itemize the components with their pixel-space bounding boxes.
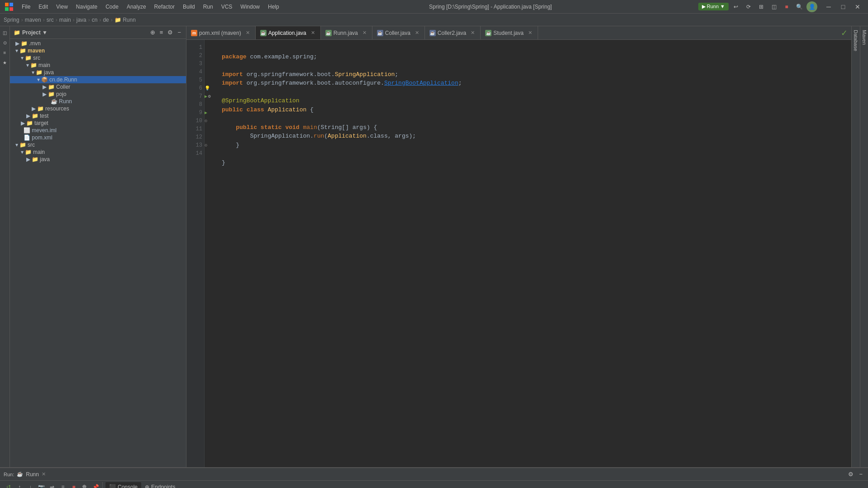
run-panel-minimize[interactable]: − <box>857 470 864 478</box>
main-layout: ◫ ⊙ ≡ ★ 📁 Project ▼ ⊕ ≡ ⚙ − ▶ 📁 .mvn <box>0 26 868 467</box>
left-icon-3[interactable]: ≡ <box>0 48 10 57</box>
menu-window[interactable]: Window <box>237 3 263 11</box>
student-tab-icon: ☕ <box>485 30 491 36</box>
database-label[interactable]: Database <box>853 30 858 51</box>
tab-coller2-java[interactable]: ☕ Coller2.java ✕ <box>425 26 481 40</box>
toolbar-btn-2[interactable]: ⟳ <box>743 1 754 12</box>
run-filter-btn[interactable]: ≡ <box>58 482 68 488</box>
tree-item-java-2[interactable]: ▶ 📁 java <box>10 156 186 163</box>
endpoints-tab[interactable]: ⊕ Endpoints <box>141 482 179 488</box>
project-collapse-icon[interactable]: ≡ <box>158 29 165 36</box>
menu-edit[interactable]: Edit <box>35 3 52 11</box>
tab-coller-java[interactable]: ☕ Coller.java ✕ <box>372 26 425 40</box>
menu-code[interactable]: Code <box>102 3 122 11</box>
run-trash-btn[interactable]: 🗑 <box>80 482 90 488</box>
maven-label[interactable]: Maven <box>862 30 867 45</box>
menu-run[interactable]: Run <box>200 3 217 11</box>
project-locate-icon[interactable]: ⊕ <box>149 29 157 36</box>
coller-tab-icon: ☕ <box>377 30 383 36</box>
tab-pom-close[interactable]: ✕ <box>245 30 251 36</box>
tree-item-maven[interactable]: ▾ 📁 maven <box>10 47 186 54</box>
tab-coller2-close[interactable]: ✕ <box>470 30 476 36</box>
toolbar-btn-1[interactable]: ↩ <box>730 1 741 12</box>
tree-item-pom-xml[interactable]: 📄 pom.xml <box>10 134 186 141</box>
console-tab[interactable]: ⬛ Console <box>105 482 141 488</box>
tab-runn-java[interactable]: ☕ Runn.java ✕ <box>321 26 372 40</box>
menu-vcs[interactable]: VCS <box>218 3 236 11</box>
run-down-btn[interactable]: ↓ <box>25 482 35 488</box>
run-close-btn[interactable]: ✕ <box>42 471 46 477</box>
restart-btn[interactable]: ↺ <box>4 482 14 488</box>
tree-item-test[interactable]: ▶ 📁 test <box>10 112 186 120</box>
tab-application-close[interactable]: ✕ <box>310 30 316 36</box>
left-icon-1[interactable]: ◫ <box>0 28 10 37</box>
tree-item-cn-de-runn[interactable]: ▾ 📦 cn.de.Runn <box>10 76 186 83</box>
bc-cn[interactable]: cn <box>92 17 98 23</box>
line-numbers: 1 2 3 4 5 6 7 8 9 10 11 12 13 14 <box>186 40 205 467</box>
toolbar-btn-4[interactable]: ◫ <box>768 1 779 12</box>
tree-item-runn-file[interactable]: ☕ Runn <box>10 98 186 105</box>
project-panel: 📁 Project ▼ ⊕ ≡ ⚙ − ▶ 📁 .mvn ▾ 📁 <box>10 26 186 467</box>
menu-file[interactable]: File <box>18 3 34 11</box>
tab-pom-xml[interactable]: m pom.xml (maven) ✕ <box>186 26 256 40</box>
console-tab-icon: ⬛ <box>109 484 116 488</box>
run-stop-btn[interactable]: ■ <box>69 482 79 488</box>
menu-build[interactable]: Build <box>179 3 199 11</box>
bc-maven[interactable]: maven <box>25 17 41 23</box>
coller2-tab-icon: ☕ <box>429 30 436 36</box>
menu-analyze[interactable]: Analyze <box>123 3 150 11</box>
run-up-btn[interactable]: ↑ <box>14 482 24 488</box>
tree-item-resources[interactable]: ▶ 📁 resources <box>10 105 186 112</box>
tree-item-pojo[interactable]: ▶ 📁 pojo <box>10 91 186 98</box>
run-wrap-btn[interactable]: ⇌ <box>47 482 57 488</box>
tab-application-java[interactable]: ☕ Application.java ✕ <box>256 26 321 40</box>
toolbar-btn-3[interactable]: ⊞ <box>756 1 767 12</box>
menu-help[interactable]: Help <box>264 3 283 11</box>
endpoints-tab-icon: ⊕ <box>145 484 149 488</box>
project-close-icon[interactable]: − <box>176 29 182 36</box>
code-content[interactable]: package com.example.spring; import org.s… <box>218 40 851 467</box>
run-name: Runn <box>26 471 39 478</box>
bc-main[interactable]: main <box>59 17 71 23</box>
close-button[interactable]: ✕ <box>851 1 864 12</box>
user-icon[interactable]: 👤 <box>806 1 817 12</box>
run-config-dropdown[interactable]: ▶ Runn ▼ <box>698 3 729 10</box>
tab-coller-close[interactable]: ✕ <box>414 30 420 36</box>
expand-icon: ▾ <box>15 48 18 54</box>
run-pin-btn[interactable]: 📌 <box>91 482 100 488</box>
maven-side-panel: Maven <box>860 26 868 467</box>
minimize-button[interactable]: ─ <box>822 1 835 12</box>
run-camera-btn[interactable]: 📷 <box>36 482 46 488</box>
tree-item-src-maven[interactable]: ▾ 📁 src <box>10 54 186 62</box>
tree-item-main[interactable]: ▾ 📁 main <box>10 62 186 69</box>
tab-student-close[interactable]: ✕ <box>527 30 533 36</box>
toolbar-btn-5[interactable]: ■ <box>781 1 792 12</box>
menu-navigate[interactable]: Navigate <box>72 3 101 11</box>
bc-spring[interactable]: Spring <box>4 17 19 23</box>
left-icon-2[interactable]: ⊙ <box>0 38 10 47</box>
tree-item-meven-iml[interactable]: ⬜ meven.iml <box>10 127 186 134</box>
tree-item-coller[interactable]: ▶ 📁 Coller <box>10 83 186 91</box>
tree-item-mvn[interactable]: ▶ 📁 .mvn <box>10 40 186 47</box>
tree-item-main-2[interactable]: ▾ 📁 main <box>10 148 186 156</box>
editor-tabs: m pom.xml (maven) ✕ ☕ Application.java ✕… <box>186 26 851 40</box>
project-gear-icon[interactable]: ⚙ <box>166 29 174 36</box>
project-panel-header: 📁 Project ▼ ⊕ ≡ ⚙ − <box>10 26 186 39</box>
search-btn[interactable]: 🔍 <box>794 1 805 12</box>
bc-src[interactable]: src <box>47 17 54 23</box>
bc-de[interactable]: de <box>103 17 109 23</box>
menu-refactor[interactable]: Refactor <box>151 3 178 11</box>
tab-runn-close[interactable]: ✕ <box>362 30 367 36</box>
tab-student-java[interactable]: ☕ Student.java ✕ <box>481 26 538 40</box>
maximize-button[interactable]: □ <box>836 1 850 12</box>
svg-rect-1 <box>10 3 13 6</box>
tree-item-src-root[interactable]: ▾ 📁 src <box>10 141 186 148</box>
bc-runn-folder[interactable]: 📁 Runn <box>114 17 136 23</box>
tree-item-target[interactable]: ▶ 📁 target <box>10 120 186 127</box>
bc-java[interactable]: java <box>76 17 86 23</box>
left-icon-4[interactable]: ★ <box>0 58 10 67</box>
menu-bar: File Edit View Navigate Code Analyze Ref… <box>18 3 283 11</box>
tree-item-java[interactable]: ▾ 📁 java <box>10 69 186 76</box>
menu-view[interactable]: View <box>52 3 72 11</box>
run-panel-gear[interactable]: ⚙ <box>846 470 855 478</box>
